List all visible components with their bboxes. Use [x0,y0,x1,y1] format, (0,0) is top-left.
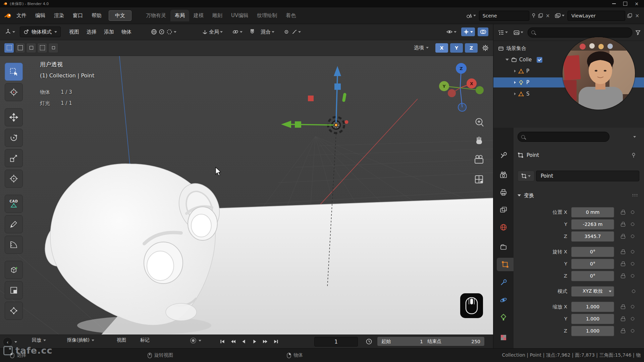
outliner-editor-type-button[interactable] [497,28,509,37]
decorator-dot[interactable] [631,262,634,265]
select-mode-new[interactable] [4,43,14,53]
texture-tab[interactable] [497,331,510,344]
select-mode-extend[interactable] [15,43,25,53]
menu-render[interactable]: 渲染 [50,10,68,21]
lock-icon[interactable] [621,316,625,321]
timeline-view-menu[interactable]: 视图 [117,337,126,343]
location-z-field[interactable]: 3545.7 [571,231,614,242]
decorator-dot[interactable] [631,305,634,308]
decorator-dot[interactable] [631,235,634,238]
tool-region-select[interactable] [5,281,23,299]
gizmo-cluster[interactable] [149,27,178,37]
menu-object[interactable]: 物体 [118,27,135,37]
play-button[interactable] [250,337,260,346]
options-dropdown[interactable]: 选项 [414,45,429,51]
location-x-field[interactable]: 0 mm [571,207,614,218]
decorator-dot[interactable] [631,329,634,333]
viewlayer-browse-button[interactable] [554,12,566,19]
minimize-button[interactable] [612,3,616,4]
transform-section-header[interactable]: 变换 [518,191,639,200]
lock-icon[interactable] [621,304,625,309]
nav-neg-x-ball[interactable] [448,89,456,97]
mode-dropdown[interactable]: 物体模式 [20,26,61,37]
expand-icon[interactable] [514,70,516,72]
proportional-edit-toggle[interactable] [282,28,290,36]
workspace-tab-animism[interactable]: 万物有灵 [142,10,170,21]
menu-window[interactable]: 窗口 [68,10,87,21]
object-id-browse-button[interactable] [518,171,534,181]
menu-add[interactable]: 添加 [100,27,118,37]
view-layer-tab[interactable] [497,203,510,217]
expand-icon[interactable] [514,81,516,84]
clock-icon[interactable] [366,338,372,345]
menu-edit[interactable]: 编辑 [31,10,50,21]
lock-icon[interactable] [621,274,625,278]
move-x-handle[interactable] [345,120,348,124]
pin-icon[interactable] [531,13,536,18]
scene-browse-button[interactable] [465,12,477,19]
collection-tab[interactable] [497,240,510,254]
lock-icon[interactable] [621,261,625,266]
close-button[interactable]: × [635,2,639,5]
drag-handle-icon[interactable] [632,194,638,196]
object-name-field[interactable]: Point [536,171,639,181]
snap-toggle[interactable] [248,27,257,36]
scale-y-field[interactable]: 1.000 [571,314,614,324]
modifiers-tab[interactable] [497,276,510,289]
lock-icon[interactable] [621,328,625,333]
next-keyframe-button[interactable] [260,337,270,346]
workspace-tab-uv-editing[interactable]: UV编辑 [227,10,253,21]
rotation-x-field[interactable]: 0° [571,247,614,257]
workspace-tab-layout[interactable]: 布局 [170,10,189,21]
maximize-button[interactable] [623,2,627,6]
outliner-display-mode-button[interactable] [512,28,525,37]
select-mode-intersect[interactable] [48,43,58,53]
expand-icon[interactable] [514,93,516,95]
tool-cursor[interactable] [5,83,23,101]
remove-viewlayer-button[interactable]: × [634,13,640,19]
pivot-dropdown[interactable] [231,27,244,36]
tool-rotate[interactable] [5,129,23,147]
workspace-tab-chinese[interactable]: 中文 [109,10,131,21]
workspace-tab-texture-paint[interactable]: 纹理绘制 [253,10,281,21]
playback-menu[interactable]: 回放 [32,337,46,343]
jump-to-start-button[interactable] [217,337,227,346]
jump-to-end-button[interactable] [271,337,281,346]
menu-view[interactable]: 视图 [65,27,83,37]
pan-hand-control[interactable] [476,137,482,144]
orientation-dropdown[interactable]: 全局 [201,27,224,37]
workspace-tab-modeling[interactable]: 建模 [189,10,208,21]
object-data-tab[interactable] [497,311,510,324]
rotation-y-field[interactable]: 0° [571,259,614,269]
tool-add-cube[interactable] [5,261,23,279]
tool-annotate[interactable] [5,215,23,233]
object-tab[interactable] [497,258,514,271]
lock-icon[interactable] [621,234,625,239]
lock-icon[interactable] [621,222,625,227]
decorator-dot[interactable] [631,223,634,226]
falloff-dropdown[interactable] [290,28,302,36]
tool-measure[interactable] [5,236,23,254]
decorator-dot[interactable] [631,317,634,320]
workspace-tab-shading[interactable]: 着色 [281,10,300,21]
frame-start-field[interactable]: 起始 1 [377,337,427,346]
show-overlays-toggle[interactable] [478,27,488,36]
plane-handle-blue[interactable] [334,83,341,90]
scene-name-field[interactable]: Scene [479,11,529,21]
mirror-z-toggle[interactable]: Z [465,43,478,53]
outliner-search-input[interactable] [528,27,632,38]
lock-icon[interactable] [621,210,625,215]
show-gizmo-toggle[interactable] [461,27,475,36]
editor-type-button[interactable] [3,27,16,37]
mirror-y-toggle[interactable]: Y [450,43,463,53]
new-viewlayer-icon[interactable] [627,13,632,18]
current-frame-field[interactable]: 1 [314,337,358,347]
render-tab[interactable] [497,168,510,182]
world-tab[interactable] [497,221,510,234]
tool-transform[interactable] [5,170,23,188]
select-mode-invert[interactable] [37,43,47,53]
mirror-x-toggle[interactable]: X [435,43,448,53]
select-mode-subtract[interactable] [26,43,36,53]
output-tab[interactable] [497,186,510,199]
expand-icon[interactable] [505,59,509,61]
